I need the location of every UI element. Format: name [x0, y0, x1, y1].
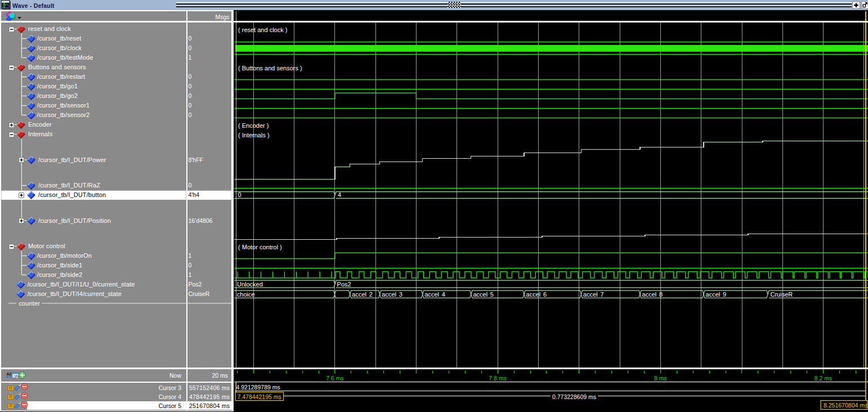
svg-text:4.921289789 ms: 4.921289789 ms [236, 384, 280, 391]
svg-text:CruiseR: CruiseR [771, 291, 793, 298]
svg-text:( reset and clock ): ( reset and clock ) [238, 26, 287, 33]
svg-text:CruiseR: CruiseR [189, 290, 210, 297]
svg-text:( Encoder ): ( Encoder ) [238, 122, 269, 129]
svg-text:8.2 ms: 8.2 ms [815, 375, 833, 382]
svg-text:0: 0 [189, 102, 192, 109]
svg-text:1: 1 [189, 252, 192, 259]
svg-text:4'h4: 4'h4 [189, 191, 200, 198]
svg-text:Unlocked: Unlocked [237, 281, 263, 288]
svg-text:3: 3 [399, 291, 402, 298]
svg-text:( Motor control ): ( Motor control ) [238, 244, 282, 250]
svg-text:accel: accel [424, 291, 439, 298]
svg-text:1: 1 [189, 271, 192, 278]
svg-text:7.8 ms: 7.8 ms [489, 375, 507, 382]
svg-text:accel: accel [526, 291, 541, 298]
svg-text:4: 4 [442, 291, 445, 298]
svg-text:8 ms: 8 ms [654, 375, 667, 382]
svg-text:8: 8 [659, 291, 663, 298]
svg-text:0: 0 [189, 83, 192, 89]
svg-text:( Internals ): ( Internals ) [238, 132, 270, 138]
svg-text:0.773228609 ms: 0.773228609 ms [552, 393, 596, 400]
svg-text:0: 0 [189, 92, 192, 99]
svg-text:accel: accel [352, 291, 366, 298]
svg-text:Pos2: Pos2 [337, 281, 351, 288]
svg-text:choice: choice [237, 291, 255, 298]
svg-text:0: 0 [189, 182, 192, 189]
svg-text:7: 7 [601, 291, 604, 298]
svg-text:2: 2 [369, 291, 373, 298]
svg-text:8'hFF: 8'hFF [189, 156, 204, 163]
svg-text:Pos2: Pos2 [189, 281, 202, 288]
svg-text:( Buttons and sensors ): ( Buttons and sensors ) [238, 65, 302, 71]
svg-text:7.478442195 ms: 7.478442195 ms [238, 393, 281, 400]
svg-text:16'd4806: 16'd4806 [189, 217, 213, 224]
svg-text:0: 0 [189, 73, 192, 80]
svg-text:9: 9 [723, 291, 726, 298]
svg-text:6: 6 [543, 291, 547, 298]
svg-text:0: 0 [189, 262, 192, 268]
svg-text:8.251670804 ms: 8.251670804 ms [824, 402, 867, 409]
svg-text:accel: accel [706, 291, 721, 298]
svg-text:1: 1 [189, 54, 192, 61]
svg-text:0: 0 [189, 35, 192, 42]
svg-text:0: 0 [189, 44, 192, 51]
svg-text:accel: accel [642, 291, 657, 298]
svg-text:accel: accel [473, 291, 487, 298]
svg-text:7.6 ms: 7.6 ms [326, 375, 344, 382]
svg-text:accel: accel [583, 291, 598, 298]
svg-text:4: 4 [338, 191, 341, 198]
svg-text:accel: accel [382, 291, 396, 298]
svg-text:5: 5 [490, 291, 494, 298]
svg-text:0: 0 [238, 191, 241, 198]
svg-text:0: 0 [189, 111, 192, 118]
